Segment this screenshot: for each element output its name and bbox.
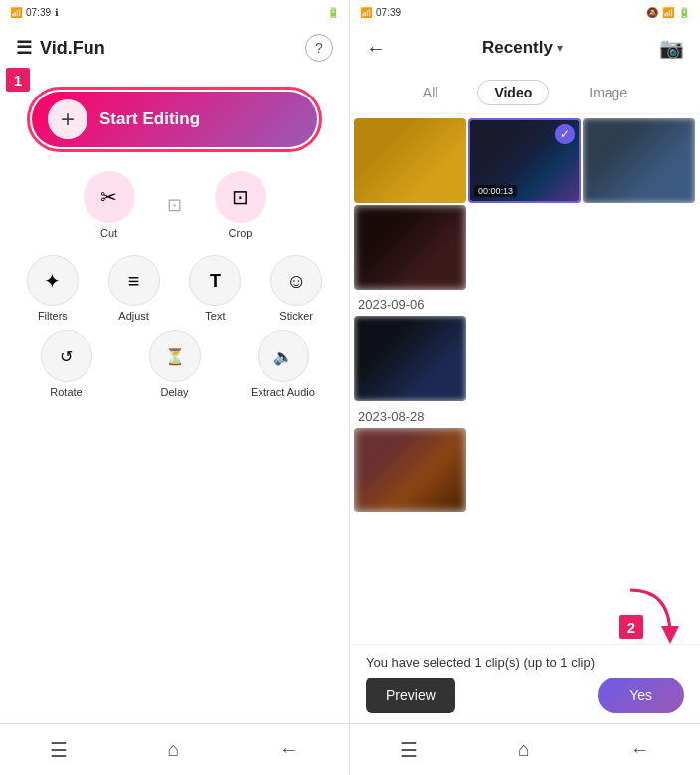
status-left: 📶 07:39 ℹ bbox=[10, 7, 59, 18]
arrow-indicator bbox=[620, 585, 680, 645]
recently-label: Recently bbox=[482, 38, 553, 58]
cut-label: Cut bbox=[100, 227, 117, 239]
menu-icon[interactable]: ☰ bbox=[16, 37, 32, 59]
extract-audio-tool[interactable]: 🔈 Extract Audio bbox=[249, 330, 318, 399]
filters-icon: ✦ bbox=[27, 255, 79, 306]
info-icon: ℹ bbox=[55, 7, 59, 18]
date-label-1: 2023-09-06 bbox=[354, 291, 696, 314]
bottom-nav-left: ☰ ⌂ ← bbox=[0, 723, 349, 775]
status-bar-right: 📶 07:39 🔕 📶 🔋 bbox=[350, 0, 700, 24]
nav-home-icon-right[interactable]: ⌂ bbox=[518, 738, 530, 761]
adjust-label: Adjust bbox=[118, 310, 149, 322]
status-right-right: 🔕 📶 🔋 bbox=[646, 7, 690, 18]
camera-button[interactable]: 📷 bbox=[659, 36, 684, 60]
sticker-label: Sticker bbox=[279, 310, 313, 322]
text-label: Text bbox=[205, 310, 225, 322]
bottom-bar: 2 You have selected 1 clip(s) (up to 1 c… bbox=[350, 644, 700, 723]
adjust-tool[interactable]: ≡ Adjust bbox=[99, 255, 169, 322]
crop-icon-circle: ⊡ bbox=[215, 171, 266, 223]
selected-check: ✓ bbox=[555, 124, 575, 144]
left-panel: 📶 07:39 ℹ 🔋 ☰ Vid.Fun ? 1 + Start Editin… bbox=[0, 0, 350, 775]
cut-icon-circle: ✂ bbox=[84, 171, 135, 223]
media-row-4 bbox=[354, 428, 696, 512]
delay-label: Delay bbox=[160, 386, 188, 398]
recently-dropdown[interactable]: Recently ▾ bbox=[482, 38, 563, 58]
media-thumb-2[interactable]: ✓ 00:00:13 bbox=[468, 118, 581, 203]
chevron-down-icon: ▾ bbox=[557, 41, 563, 55]
right-panel: 📶 07:39 🔕 📶 🔋 ← Recently ▾ 📷 All Video I… bbox=[350, 0, 700, 775]
quick-tools-row: ✂ Cut ⊡ ⊡ Crop bbox=[0, 163, 349, 247]
nav-back-icon-left[interactable]: ← bbox=[279, 738, 299, 761]
crop-tool[interactable]: ⊡ Crop bbox=[215, 171, 266, 239]
plus-icon: + bbox=[48, 99, 88, 139]
selection-text: You have selected 1 clip(s) (up to 1 cli… bbox=[366, 655, 684, 670]
divider-icon: ⊡ bbox=[155, 185, 195, 225]
cut-tool[interactable]: ✂ Cut bbox=[84, 171, 135, 239]
battery-icon-right: 🔋 bbox=[678, 7, 690, 18]
tab-image[interactable]: Image bbox=[573, 81, 643, 104]
media-row-1: ✓ 00:00:13 bbox=[354, 118, 696, 203]
thumb-duration: 00:00:13 bbox=[474, 185, 517, 197]
nav-back-icon-right[interactable]: ← bbox=[630, 738, 650, 761]
status-right-left: 📶 07:39 bbox=[360, 7, 401, 18]
text-tool[interactable]: T Text bbox=[180, 255, 250, 322]
media-thumb-3[interactable] bbox=[583, 118, 695, 203]
action-row: Preview Yes bbox=[366, 678, 684, 713]
battery-icon: 🔋 bbox=[327, 7, 339, 18]
header-left: ☰ Vid.Fun ? bbox=[0, 24, 349, 72]
media-thumb-6[interactable] bbox=[354, 428, 466, 512]
time-left: 07:39 bbox=[26, 7, 51, 18]
start-editing-label: Start Editing bbox=[99, 109, 200, 129]
status-right: 🔋 bbox=[327, 7, 339, 18]
media-thumb-5[interactable] bbox=[354, 316, 466, 401]
date-label-2: 2023-08-28 bbox=[354, 403, 696, 426]
delay-tool[interactable]: ⏳ Delay bbox=[140, 330, 210, 399]
signal-icon-right: 📶 bbox=[360, 7, 372, 18]
media-row-2 bbox=[354, 205, 696, 290]
media-row-3 bbox=[354, 316, 696, 401]
tools-grid: ✦ Filters ≡ Adjust T Text ☺ Sticker ↺ Ro… bbox=[0, 247, 349, 407]
sticker-tool[interactable]: ☺ Sticker bbox=[262, 255, 331, 322]
back-button[interactable]: ← bbox=[366, 37, 386, 60]
filters-tool[interactable]: ✦ Filters bbox=[18, 255, 88, 322]
help-button[interactable]: ? bbox=[305, 34, 333, 62]
rotate-tool[interactable]: ↺ Rotate bbox=[32, 330, 101, 399]
start-editing-button[interactable]: + Start Editing bbox=[32, 92, 317, 147]
tab-video[interactable]: Video bbox=[477, 80, 549, 105]
time-right: 07:39 bbox=[376, 7, 401, 18]
adjust-icon: ≡ bbox=[108, 255, 160, 306]
status-bar-left: 📶 07:39 ℹ 🔋 bbox=[0, 0, 349, 24]
crop-label: Crop bbox=[229, 227, 253, 239]
rotate-icon: ↺ bbox=[41, 330, 92, 382]
sticker-icon: ☺ bbox=[270, 255, 322, 306]
nav-home-icon-left[interactable]: ⌂ bbox=[167, 738, 179, 761]
header-right: ← Recently ▾ 📷 bbox=[350, 24, 700, 72]
step-badge-1: 1 bbox=[4, 66, 32, 94]
media-thumb-1[interactable] bbox=[354, 118, 466, 203]
extract-audio-icon: 🔈 bbox=[258, 330, 309, 382]
wifi-icon: 📶 bbox=[662, 7, 674, 18]
yes-button[interactable]: Yes bbox=[598, 678, 684, 713]
nav-menu-icon-right[interactable]: ☰ bbox=[400, 738, 418, 762]
media-thumb-4[interactable] bbox=[354, 205, 466, 290]
filter-tabs: All Video Image bbox=[350, 72, 700, 114]
delay-icon: ⏳ bbox=[149, 330, 201, 382]
preview-button[interactable]: Preview bbox=[366, 678, 455, 713]
extract-audio-label: Extract Audio bbox=[251, 386, 315, 399]
app-name: Vid.Fun bbox=[40, 38, 105, 59]
app-header-title: ☰ Vid.Fun bbox=[16, 37, 105, 59]
mute-icon: 🔕 bbox=[646, 7, 658, 18]
media-grid: ✓ 00:00:13 2023-09-06 2023-08-28 bbox=[350, 114, 700, 644]
text-icon: T bbox=[189, 255, 241, 306]
filters-label: Filters bbox=[38, 310, 68, 322]
signal-icon: 📶 bbox=[10, 7, 22, 18]
tab-all[interactable]: All bbox=[407, 81, 454, 104]
nav-menu-icon-left[interactable]: ☰ bbox=[50, 738, 68, 762]
rotate-label: Rotate bbox=[50, 386, 82, 398]
bottom-nav-right: ☰ ⌂ ← bbox=[350, 723, 700, 775]
